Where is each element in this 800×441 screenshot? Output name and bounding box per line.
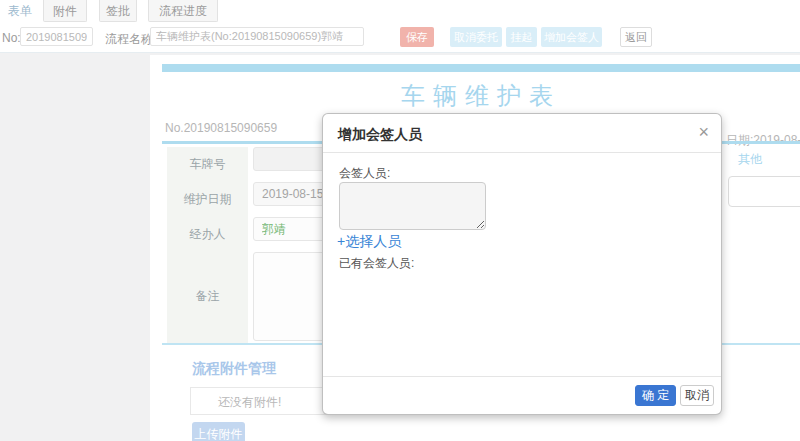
modal-footer: 确 定 取消 xyxy=(323,376,721,414)
add-countersigner-modal: 增加会签人员 × 会签人员: +选择人员 已有会签人员: 确 定 取消 xyxy=(322,113,722,415)
right-side-input[interactable] xyxy=(728,176,800,207)
modal-title: 增加会签人员 xyxy=(338,126,422,144)
countersigner-textarea[interactable] xyxy=(339,182,486,230)
confirm-button[interactable]: 确 定 xyxy=(635,385,676,406)
save-button[interactable]: 保存 xyxy=(400,27,434,47)
tab-attachment[interactable]: 附件 xyxy=(43,0,87,22)
add-countersign-button[interactable]: 增加会签人 xyxy=(541,27,602,47)
tab-form[interactable]: 表单 xyxy=(0,0,40,22)
attachment-section-title: 流程附件管理 xyxy=(192,360,276,378)
existing-countersigners-label: 已有会签人员: xyxy=(339,255,414,272)
app-screen: 表单 附件 签批 流程进度 No: 流程名称: 保存 取消委托 挂起 增加会签人… xyxy=(0,0,800,441)
form-title: 车辆维护表 xyxy=(162,80,800,112)
form-label-column xyxy=(167,147,248,343)
other-link[interactable]: 其他 xyxy=(738,151,762,168)
cancel-button[interactable]: 取消 xyxy=(680,385,714,406)
plate-number-label: 车牌号 xyxy=(167,156,248,173)
no-input[interactable] xyxy=(20,27,93,46)
countersigner-field-label: 会签人员: xyxy=(339,165,390,182)
cancel-delegate-button[interactable]: 取消委托 xyxy=(450,27,502,47)
no-label: No: xyxy=(2,31,21,45)
close-icon[interactable]: × xyxy=(698,122,709,142)
modal-header: 增加会签人员 × xyxy=(323,114,721,153)
back-button[interactable]: 返回 xyxy=(620,27,652,47)
maintain-date-label: 维护日期 xyxy=(167,191,248,208)
tab-process-progress[interactable]: 流程进度 xyxy=(148,0,218,22)
form-top-accent-bar xyxy=(162,64,800,72)
upload-attachment-button[interactable]: 上传附件 xyxy=(192,422,245,441)
remarks-label: 备注 xyxy=(167,288,248,305)
select-personnel-link[interactable]: +选择人员 xyxy=(337,233,401,251)
process-name-label: 流程名称: xyxy=(105,31,156,48)
form-no-text: No.20190815090659 xyxy=(165,121,277,135)
top-band: 表单 附件 签批 流程进度 No: 流程名称: 保存 取消委托 挂起 增加会签人… xyxy=(0,0,800,53)
suspend-button[interactable]: 挂起 xyxy=(506,27,537,47)
tab-sign-approve[interactable]: 签批 xyxy=(99,0,137,22)
process-name-input[interactable] xyxy=(150,27,364,46)
handler-label: 经办人 xyxy=(167,226,248,243)
